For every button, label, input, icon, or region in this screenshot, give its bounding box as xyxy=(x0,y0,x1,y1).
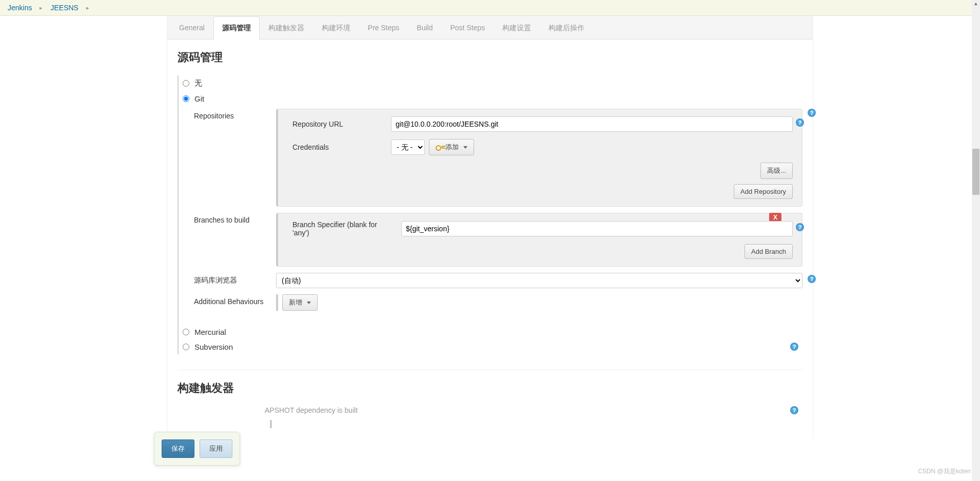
repositories-label: Repositories xyxy=(194,109,276,207)
tab-presteps[interactable]: Pre Steps xyxy=(359,16,408,39)
breadcrumb: Jenkins ▸ JEESNS ▸ xyxy=(0,0,980,16)
scroll-up-icon[interactable]: ▲ xyxy=(972,0,979,7)
scm-option-none[interactable]: 无 xyxy=(183,75,802,91)
radio-subversion[interactable] xyxy=(183,344,189,350)
scm-option-subversion[interactable]: Subversion ? xyxy=(183,339,802,354)
git-config-section: Repositories ? Repository URL ? xyxy=(194,106,802,325)
tab-environment[interactable]: 构建环境 xyxy=(313,16,359,39)
radio-subversion-label: Subversion xyxy=(194,343,233,351)
add-credentials-button[interactable]: 添加 xyxy=(429,139,474,155)
tab-general[interactable]: General xyxy=(170,16,213,39)
browser-label: 源码库浏览器 xyxy=(194,273,276,288)
tab-buildsettings[interactable]: 构建设置 xyxy=(494,16,540,39)
tab-poststeps[interactable]: Post Steps xyxy=(441,16,494,39)
tab-triggers[interactable]: 构建触发器 xyxy=(260,16,313,39)
branch-spec-label: Branch Specifier (blank for 'any') xyxy=(292,221,395,237)
repository-panel: Repository URL ? Credentials xyxy=(276,109,802,207)
scm-option-mercurial[interactable]: Mercurial xyxy=(183,325,802,339)
behaviours-label: Additional Behaviours xyxy=(194,294,276,311)
breadcrumb-link-jenkins[interactable]: Jenkins xyxy=(8,4,32,12)
help-icon[interactable]: ? xyxy=(796,118,804,127)
browser-scrollbar[interactable]: ▲ xyxy=(972,0,980,438)
credentials-label: Credentials xyxy=(292,143,385,151)
repo-url-input[interactable] xyxy=(391,116,793,132)
add-behaviour-button[interactable]: 新增 xyxy=(282,294,318,311)
content-area: 源码管理 无 Git Repositories ? Rep xyxy=(167,39,813,438)
help-icon[interactable]: ? xyxy=(808,275,816,283)
tab-scm[interactable]: 源码管理 xyxy=(213,16,260,39)
help-icon[interactable]: ? xyxy=(796,223,804,231)
breadcrumb-separator-icon: ▸ xyxy=(86,5,89,11)
repo-url-label: Repository URL xyxy=(292,120,385,128)
help-icon[interactable]: ? xyxy=(790,406,798,414)
config-tabs: General 源码管理 构建触发器 构建环境 Pre Steps Build … xyxy=(167,16,813,39)
radio-git-label: Git xyxy=(194,94,204,103)
radio-mercurial[interactable] xyxy=(183,329,189,335)
advanced-button[interactable]: 高级... xyxy=(760,163,793,179)
radio-mercurial-label: Mercurial xyxy=(194,328,226,336)
credentials-select[interactable]: - 无 - xyxy=(391,139,425,155)
help-icon[interactable]: ? xyxy=(808,109,816,117)
breadcrumb-separator-icon: ▸ xyxy=(40,5,43,11)
page-container: General 源码管理 构建触发器 构建环境 Pre Steps Build … xyxy=(167,16,813,438)
breadcrumb-link-project[interactable]: JEESNS xyxy=(50,4,78,12)
radio-git[interactable] xyxy=(183,95,189,102)
repo-browser-select[interactable]: (自动) xyxy=(276,273,802,288)
tab-postactions[interactable]: 构建后操作 xyxy=(540,16,593,39)
branches-label: Branches to build xyxy=(194,213,276,267)
add-branch-button[interactable]: Add Branch xyxy=(744,244,793,259)
tab-build[interactable]: Build xyxy=(408,16,441,39)
scrollbar-thumb[interactable] xyxy=(972,149,979,195)
radio-none-label: 无 xyxy=(194,78,202,88)
panel-edge xyxy=(270,420,272,428)
add-label: 添加 xyxy=(445,143,459,152)
key-icon xyxy=(436,145,443,149)
branch-spec-input[interactable] xyxy=(401,221,793,236)
scm-radio-group: 无 Git Repositories ? Repository URL xyxy=(178,75,802,354)
chevron-down-icon xyxy=(307,302,311,304)
radio-none[interactable] xyxy=(183,80,189,87)
triggers-section: 构建触发器 APSHOT dependency is built ? xyxy=(178,370,802,428)
help-icon[interactable]: ? xyxy=(790,343,798,351)
triggers-title: 构建触发器 xyxy=(178,380,802,396)
footer-action-bar: 保存 应用 xyxy=(154,432,240,438)
chevron-down-icon xyxy=(463,146,467,149)
branches-panel: X Branch Specifier (blank for 'any') ? A… xyxy=(276,213,802,267)
add-behaviour-label: 新增 xyxy=(289,298,302,307)
scm-option-git[interactable]: Git xyxy=(183,91,802,106)
snapshot-text: APSHOT dependency is built xyxy=(265,406,358,414)
add-repository-button[interactable]: Add Repository xyxy=(734,184,793,199)
section-title: 源码管理 xyxy=(178,50,802,65)
